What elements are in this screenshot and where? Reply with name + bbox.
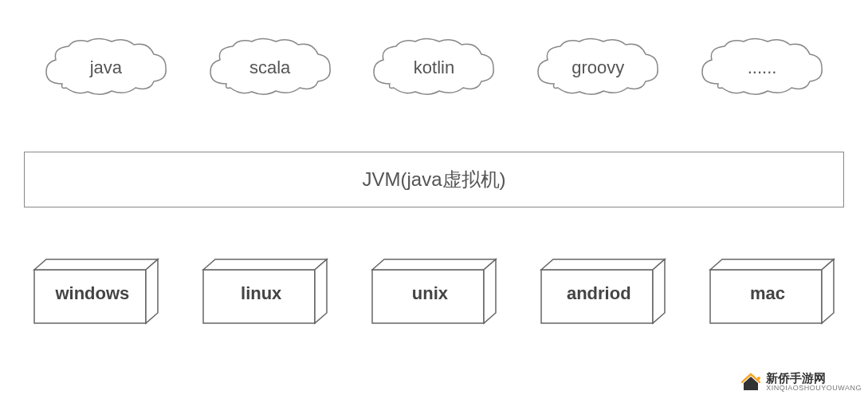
cloud-label: java — [90, 57, 122, 78]
svg-marker-11 — [653, 259, 665, 323]
box-label: linux — [207, 283, 315, 304]
cloud-label: ...... — [748, 57, 777, 78]
svg-marker-5 — [315, 259, 327, 323]
box-unix: unix — [368, 255, 500, 327]
box-windows: windows — [30, 255, 162, 327]
box-mac: mac — [706, 255, 838, 327]
box-label: unix — [376, 283, 484, 304]
box-label: andriod — [545, 283, 653, 304]
svg-marker-2 — [146, 259, 158, 323]
svg-marker-13 — [710, 259, 834, 270]
house-icon — [740, 372, 761, 393]
cloud-groovy: groovy — [530, 32, 666, 104]
cloud-java: java — [38, 32, 174, 104]
watermark-subtitle: XINQIAOSHOUYOUWANG — [766, 385, 862, 393]
jvm-label: JVM(java虚拟机) — [362, 167, 505, 192]
box-label: mac — [714, 283, 822, 304]
cloud-label: scala — [249, 57, 290, 78]
box-linux: linux — [199, 255, 331, 327]
cloud-kotlin: kotlin — [366, 32, 501, 104]
svg-point-15 — [757, 377, 760, 380]
svg-marker-4 — [203, 259, 327, 270]
cloud-scala: scala — [202, 32, 338, 104]
languages-row: java scala kotlin groovy ...... — [0, 0, 868, 104]
watermark: 新侨手游网 XINQIAOSHOUYOUWANG — [740, 372, 862, 393]
jvm-layer: JVM(java虚拟机) — [24, 152, 844, 207]
svg-marker-8 — [484, 259, 496, 323]
platforms-row: windows linux unix andriod mac — [0, 207, 868, 327]
cloud-label: groovy — [571, 57, 624, 78]
svg-marker-14 — [822, 259, 834, 323]
box-android: andriod — [537, 255, 669, 327]
cloud-label: kotlin — [414, 57, 454, 78]
svg-marker-1 — [34, 259, 158, 270]
watermark-title: 新侨手游网 — [766, 372, 862, 385]
cloud-more: ...... — [694, 32, 830, 104]
svg-marker-7 — [372, 259, 496, 270]
svg-marker-10 — [541, 259, 665, 270]
box-label: windows — [38, 283, 146, 304]
